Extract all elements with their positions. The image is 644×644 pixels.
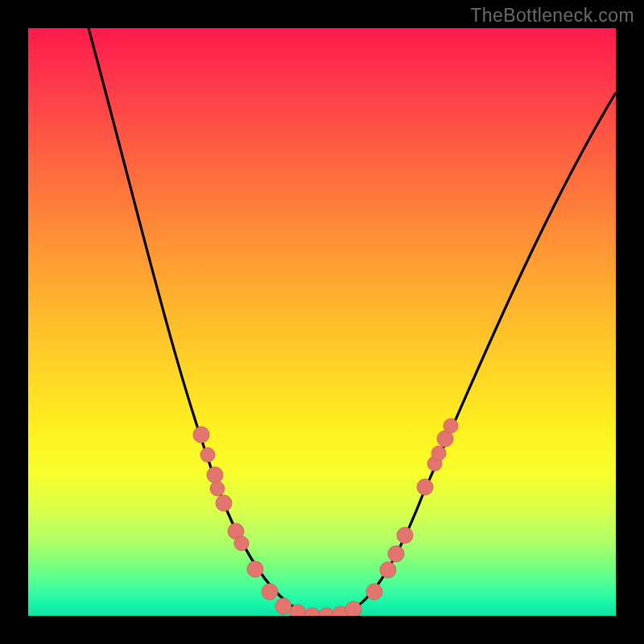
data-marker	[207, 467, 223, 483]
watermark-text: TheBottleneck.com	[470, 5, 634, 27]
data-marker	[366, 584, 382, 600]
data-marker	[380, 562, 396, 578]
data-marker	[193, 427, 209, 443]
data-marker	[431, 446, 446, 460]
marker-group	[193, 419, 458, 616]
outer-frame: TheBottleneck.com	[0, 0, 644, 644]
data-marker	[216, 495, 232, 511]
data-marker	[275, 598, 291, 614]
data-marker	[388, 546, 404, 562]
data-marker	[234, 536, 249, 551]
data-marker	[247, 561, 263, 577]
data-marker	[444, 419, 458, 433]
bottleneck-curve	[89, 28, 616, 616]
data-marker	[200, 448, 215, 462]
data-marker	[210, 481, 225, 496]
data-marker	[262, 584, 278, 600]
plot-area	[28, 28, 616, 616]
chart-svg	[28, 28, 616, 616]
data-marker	[417, 479, 433, 495]
data-marker	[345, 601, 361, 616]
data-marker	[304, 608, 320, 616]
data-marker	[397, 527, 413, 543]
